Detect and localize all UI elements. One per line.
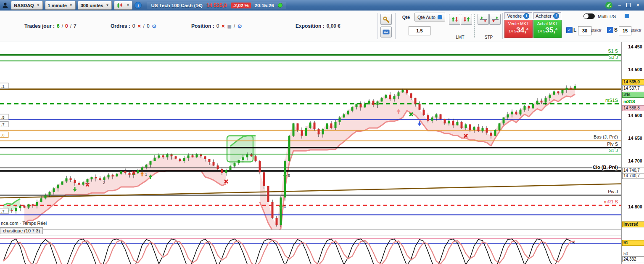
- stop-letter: S: [614, 27, 618, 33]
- stoch-50-label: 50: [622, 251, 644, 257]
- position-group: Position : 0 ✕ ▦ / ⚙: [191, 11, 242, 42]
- stp-buy-button[interactable]: [478, 14, 489, 25]
- position-label: Position :: [191, 23, 214, 29]
- separator: /: [143, 23, 145, 29]
- axis-tick: 14 700: [628, 158, 642, 163]
- level-label: Piv S: [607, 141, 618, 147]
- clock: 20:15:26: [255, 3, 274, 8]
- lmt-buy-button[interactable]: [449, 14, 460, 25]
- trade-markers: 2135: [73, 109, 468, 209]
- qty-label: Qté: [399, 15, 413, 20]
- app-icon: [2, 2, 9, 9]
- orders-count: 0: [132, 23, 135, 29]
- info-icon[interactable]: i: [523, 13, 529, 19]
- keyboard-button[interactable]: [380, 27, 392, 37]
- trading-bar: Trades jour : 6 / 0 / 7 Ordres : 0 ✕ / 0…: [0, 11, 644, 42]
- buy-header: Acheter i: [533, 12, 561, 19]
- cancel-orders-icon[interactable]: ✕: [137, 24, 141, 29]
- trades-total-count: 7: [74, 23, 77, 29]
- level-label: Bas (J, Pré): [594, 134, 618, 139]
- axis-tick: 14 650: [628, 136, 642, 141]
- trades-loss-count: 0: [65, 23, 68, 29]
- price-axis[interactable]: 14 45014 50014 60014 65014 70014 80014 8…: [621, 42, 644, 264]
- sell-header: Vendre i: [504, 12, 532, 19]
- exposure-group: Exposition : 0,00 €: [296, 11, 340, 42]
- tools-wrench-button[interactable]: [380, 14, 392, 25]
- svg-text:5: 5: [288, 173, 290, 178]
- title-bar: NASDAQ▼ 1 minute▼ 300 unités▼ ▼ i US Tec…: [0, 0, 644, 11]
- stop-order-icon: [491, 16, 499, 23]
- buy-market-button[interactable]: Achat MKT 14 535,4: [533, 20, 562, 38]
- stp-sell-button[interactable]: [489, 14, 501, 25]
- order-price-badge: 14 537,7: [622, 85, 644, 91]
- stop-input[interactable]: [619, 26, 631, 35]
- indicator-label[interactable]: chastique (10 7 3): [0, 227, 43, 234]
- chevron-down-icon: ▼: [69, 3, 73, 7]
- close-position-icon[interactable]: ✕: [221, 24, 225, 29]
- clo-price-badge-2: 14 740,7: [622, 173, 644, 179]
- timeframe-dropdown-label: 1 minute: [48, 3, 67, 8]
- left-price-tag: ,1: [1, 84, 5, 88]
- separator: /: [234, 23, 235, 29]
- limit-letter: L: [573, 27, 576, 33]
- app-logo: [605, 1, 613, 9]
- chart-region: 2135S1 SS3 JmS1SBas (J, Pré)Piv SS1 JClo…: [0, 42, 621, 264]
- close-button[interactable]: ✕: [636, 3, 640, 8]
- svg-text:3: 3: [284, 205, 286, 209]
- stop-unit: pts/ctr: [631, 28, 641, 32]
- qty-auto-label: Qté Auto: [417, 15, 435, 20]
- change-badge: -2,02 %: [231, 3, 251, 8]
- qty-auto-button[interactable]: Qté Auto: [414, 13, 445, 21]
- axis-tick: 14 450: [628, 44, 642, 49]
- qty-input[interactable]: [409, 26, 430, 35]
- sell-market-button[interactable]: Vente MKT 14 534,4: [504, 20, 533, 38]
- units-dropdown[interactable]: 300 unités▼: [78, 1, 112, 10]
- exposure-label: Exposition :: [296, 23, 325, 29]
- stoch-value-badge: 91: [622, 240, 644, 246]
- axis-tick: 14 600: [628, 113, 642, 118]
- info-icon[interactable]: i: [135, 2, 142, 9]
- connection-status-dot: [278, 3, 282, 8]
- timeframe-dropdown[interactable]: 1 minute▼: [45, 1, 76, 10]
- stop-checkbox[interactable]: ✓: [607, 27, 613, 33]
- level-label: S1 J: [609, 148, 618, 153]
- buy-market-price: 14 535,4: [534, 26, 561, 35]
- stp-label: STP: [478, 35, 500, 40]
- inverted-scale-badge: Inversé: [622, 221, 644, 227]
- svg-text:1: 1: [145, 172, 147, 176]
- limit-checkbox[interactable]: ✓: [566, 27, 573, 33]
- minimize-button[interactable]: –: [618, 3, 621, 8]
- chat-bubble-icon: [438, 15, 442, 19]
- separator: /: [62, 23, 63, 29]
- price-chart[interactable]: 2135S1 SS3 JmS1SBas (J, Pré)Piv SS1 JClo…: [0, 42, 621, 264]
- symbol-dropdown[interactable]: NASDAQ▼: [11, 1, 43, 10]
- left-price-tag: ,7: [1, 209, 5, 213]
- bar-countdown-badge: 34s: [622, 92, 644, 98]
- main-plot: 2135: [0, 55, 621, 232]
- level-label: S3 J: [609, 55, 618, 60]
- position-grid-icon[interactable]: ▦: [227, 24, 232, 29]
- level-label: Piv J: [608, 189, 618, 194]
- current-price-badge: 14 535,0: [622, 79, 644, 85]
- level-price-badge: 14 588,8: [622, 105, 644, 111]
- trades-day-group: Trades jour : 6 / 0 / 7: [24, 11, 77, 42]
- trades-win-count: 6: [57, 23, 60, 29]
- trading-app-window: NASDAQ▼ 1 minute▼ 300 unités▼ ▼ i US Tec…: [0, 0, 644, 264]
- limit-unit: pts/ctr: [591, 28, 602, 32]
- candlestick-icon: [117, 3, 124, 8]
- multi-ts-toggle[interactable]: [583, 13, 595, 19]
- orders-pending-count: 0: [147, 23, 150, 29]
- wrench-icon: [383, 16, 390, 23]
- position-settings-icon[interactable]: ⚙: [237, 23, 242, 29]
- stochastic-panel: [0, 238, 621, 264]
- units-dropdown-label: 300 unités: [81, 3, 103, 8]
- chart-type-dropdown[interactable]: ▼: [114, 1, 132, 10]
- lmt-sell-button[interactable]: [461, 14, 472, 25]
- help-bubble-icon[interactable]: [625, 14, 629, 18]
- left-price-tag: ,7: [1, 123, 5, 127]
- svg-text:2: 2: [103, 181, 105, 185]
- limit-input[interactable]: [578, 26, 591, 35]
- orders-settings-icon[interactable]: ⚙: [152, 23, 157, 29]
- maximize-button[interactable]: [626, 3, 631, 8]
- info-icon[interactable]: i: [553, 13, 559, 19]
